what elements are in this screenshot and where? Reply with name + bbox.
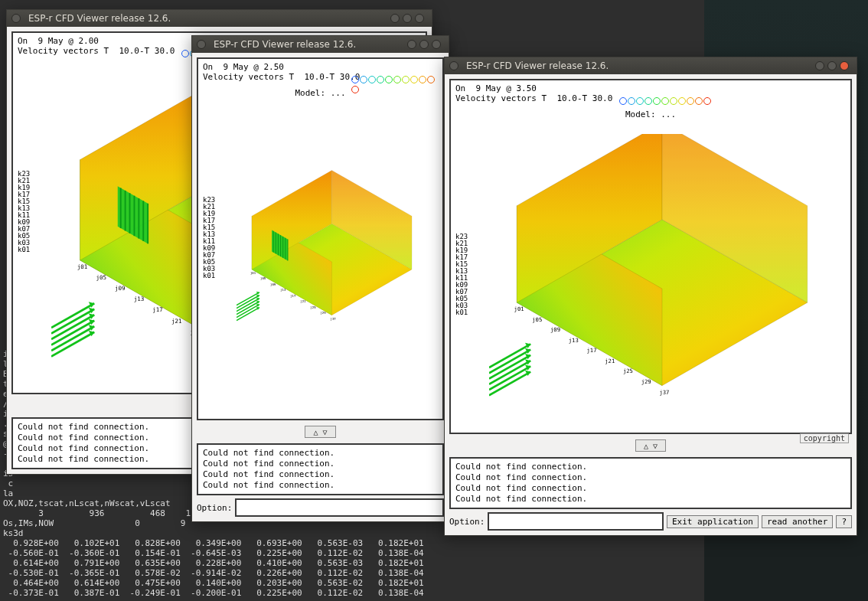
read-another-button[interactable]: read another bbox=[762, 515, 833, 528]
window-body: On 9 May @ 2.50 Velocity vectors T 10.0-… bbox=[192, 53, 449, 521]
svg-text:j05: j05 bbox=[532, 316, 542, 323]
k-axis-labels: k23k21k19k17k15k13k11k09k07k05k03k01 bbox=[18, 171, 30, 253]
window-title: ESP-r CFD Viewer release 12.6. bbox=[28, 13, 171, 24]
k-axis-labels: k23k21k19k17k15k13k11k09k07k05k03k01 bbox=[203, 197, 215, 279]
cfd-canvas: On 9 May @ 2.50 Velocity vectors T 10.0-… bbox=[197, 57, 444, 420]
radio-icon bbox=[449, 61, 458, 70]
copyright-label: copyright bbox=[800, 433, 849, 443]
svg-text:j29: j29 bbox=[641, 378, 651, 385]
svg-text:j25: j25 bbox=[310, 305, 316, 309]
model-label: Model: ... bbox=[625, 109, 676, 119]
maximize-icon[interactable] bbox=[827, 61, 837, 70]
option-bar: Option: bbox=[197, 498, 444, 517]
close-icon[interactable] bbox=[840, 61, 849, 70]
radio-icon bbox=[11, 14, 21, 23]
option-label: Option: bbox=[449, 517, 485, 527]
svg-text:j01: j01 bbox=[250, 271, 256, 275]
titlebar-3[interactable]: ESP-r CFD Viewer release 12.6. bbox=[445, 57, 857, 74]
minimize-icon[interactable] bbox=[815, 61, 824, 70]
message-area: Could not find connection. Could not fin… bbox=[449, 457, 852, 509]
svg-text:j09: j09 bbox=[115, 285, 126, 292]
svg-text:j13: j13 bbox=[280, 288, 286, 292]
close-icon[interactable] bbox=[415, 14, 424, 23]
svg-text:j01: j01 bbox=[514, 305, 524, 312]
nav-button[interactable]: △ ▽ bbox=[635, 439, 666, 452]
svg-text:j37: j37 bbox=[659, 389, 669, 396]
k-axis-labels: k23k21k19k17k15k13k11k09k07k05k03k01 bbox=[455, 234, 468, 316]
window-body: On 9 May @ 3.50 Velocity vectors T 10.0-… bbox=[445, 74, 857, 535]
titlebar-2[interactable]: ESP-r CFD Viewer release 12.6. bbox=[192, 36, 449, 53]
svg-text:j21: j21 bbox=[605, 358, 615, 364]
svg-text:j09: j09 bbox=[270, 283, 276, 286]
window-title: ESP-r CFD Viewer release 12.6. bbox=[466, 60, 609, 71]
window-title: ESP-r CFD Viewer release 12.6. bbox=[214, 39, 356, 50]
cfd-window-2[interactable]: ESP-r CFD Viewer release 12.6. On 9 May … bbox=[191, 35, 449, 522]
option-field[interactable] bbox=[488, 512, 664, 531]
message-area: Could not find connection. Could not fin… bbox=[197, 443, 444, 495]
model-label: Model: ... bbox=[295, 88, 345, 98]
svg-text:j25: j25 bbox=[623, 367, 633, 374]
help-button[interactable]: ? bbox=[836, 515, 852, 528]
svg-text:j01: j01 bbox=[77, 263, 88, 270]
radio-icon bbox=[197, 40, 206, 49]
svg-text:j17: j17 bbox=[290, 294, 296, 298]
minimize-icon[interactable] bbox=[390, 14, 400, 23]
svg-text:j29: j29 bbox=[320, 311, 326, 315]
option-bar: Option: Exit application read another ? bbox=[449, 512, 852, 531]
close-icon[interactable] bbox=[432, 40, 441, 49]
titlebar-1[interactable]: ESP-r CFD Viewer release 12.6. bbox=[7, 10, 432, 27]
svg-text:j17: j17 bbox=[152, 306, 163, 313]
svg-text:j17: j17 bbox=[586, 347, 596, 354]
maximize-icon[interactable] bbox=[419, 40, 429, 49]
svg-text:j21: j21 bbox=[171, 318, 182, 325]
option-field[interactable] bbox=[235, 498, 444, 517]
svg-text:j21: j21 bbox=[300, 299, 306, 303]
exit-application-button[interactable]: Exit application bbox=[667, 515, 759, 528]
svg-text:j09: j09 bbox=[550, 326, 560, 333]
timestamp-label: On 9 May @ 2.50 Velocity vectors T 10.0-… bbox=[203, 62, 360, 82]
svg-text:j37: j37 bbox=[331, 317, 337, 321]
cfd-canvas: On 9 May @ 3.50 Velocity vectors T 10.0-… bbox=[449, 79, 852, 434]
temperature-legend bbox=[351, 76, 442, 96]
nav-button[interactable]: △ ▽ bbox=[305, 426, 335, 438]
temperature-legend bbox=[619, 97, 712, 107]
svg-text:j05: j05 bbox=[260, 276, 266, 280]
option-label: Option: bbox=[197, 503, 232, 513]
maximize-icon[interactable] bbox=[403, 14, 412, 23]
timestamp-label: On 9 May @ 3.50 Velocity vectors T 10.0-… bbox=[455, 83, 612, 103]
svg-text:j13: j13 bbox=[569, 337, 579, 344]
timestamp-label: On 9 May @ 2.00 Velocity vectors T 10.0-… bbox=[18, 36, 175, 56]
svg-text:j05: j05 bbox=[96, 274, 106, 281]
cfd-window-3[interactable]: ESP-r CFD Viewer release 12.6. On 9 May … bbox=[444, 57, 857, 536]
minimize-icon[interactable] bbox=[407, 40, 416, 49]
svg-text:j13: j13 bbox=[134, 296, 145, 302]
